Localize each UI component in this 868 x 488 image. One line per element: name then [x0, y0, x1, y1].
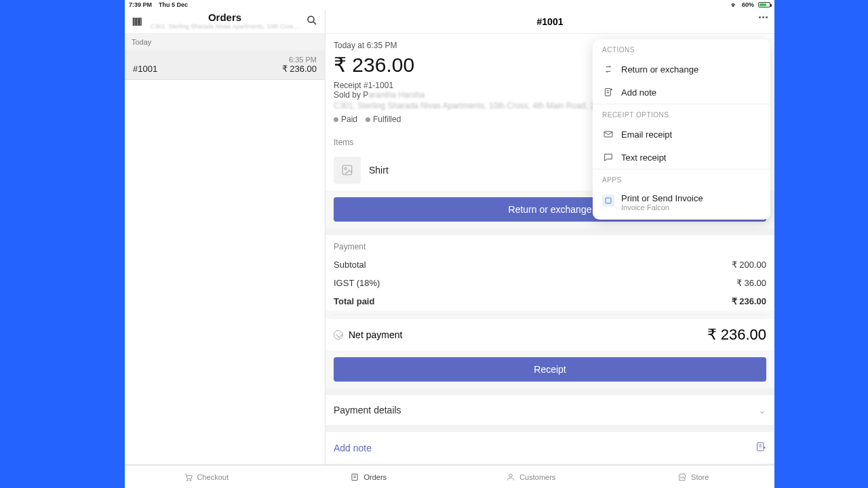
order-detail-header: #1001 [326, 9, 774, 34]
note-icon [602, 86, 614, 98]
sidebar-subtitle: C301, Sterling Sharada Nivas Apartments,… [144, 24, 306, 30]
svg-rect-2 [137, 18, 138, 25]
status-time: 7:39 PM [129, 1, 152, 8]
status-date: Thu 5 Dec [159, 1, 188, 8]
image-placeholder-icon [334, 157, 361, 184]
sidebar-section-today: Today [125, 34, 325, 50]
net-payment-row: Net payment ₹ 236.00 [326, 319, 774, 350]
app-badge-icon [602, 195, 614, 207]
battery-percent: 60% [742, 1, 754, 8]
popover-email-receipt[interactable]: Email receipt [593, 123, 770, 146]
barcode-icon[interactable] [132, 16, 144, 28]
svg-rect-7 [342, 165, 352, 175]
order-item-amount: ₹ 236.00 [282, 64, 317, 74]
status-paid: Paid [334, 115, 357, 124]
svg-rect-14 [605, 89, 610, 96]
sidebar-title: Orders [144, 12, 306, 24]
popover-text-receipt[interactable]: Text receipt [593, 146, 770, 169]
order-item-time: 6:35 PM [289, 56, 317, 64]
mail-icon [602, 128, 614, 140]
search-icon[interactable] [306, 14, 318, 29]
sold-by: Sold by P [334, 90, 368, 100]
svg-rect-0 [133, 18, 134, 25]
chevron-down-icon: ⌄ [758, 405, 766, 415]
customers-icon [506, 472, 515, 482]
tax-row: IGST (18%) ₹ 36.00 [326, 274, 774, 292]
popover-add-note[interactable]: Add note [593, 81, 770, 104]
line-item-name: Shirt [369, 165, 389, 176]
receipt-button[interactable]: Receipt [334, 357, 766, 382]
store-icon [677, 472, 687, 482]
battery-icon [758, 2, 770, 7]
note-add-icon [755, 441, 766, 454]
check-circle-icon [334, 330, 343, 340]
payment-details-row[interactable]: Payment details ⌄ [326, 388, 774, 425]
exchange-icon [602, 63, 614, 75]
status-bar: 7:39 PM Thu 5 Dec ᯤ 60% [125, 0, 774, 9]
bottom-tab-bar: Checkout Orders Customers Store [125, 465, 774, 488]
popover-return-exchange[interactable]: Return or exchange [593, 58, 770, 81]
actions-popover: ACTIONS Return or exchange Add note [593, 39, 770, 220]
orders-icon [350, 472, 359, 482]
svg-point-22 [190, 479, 191, 481]
popover-apps-label: APPS [593, 169, 770, 188]
add-note-row[interactable]: Add note [326, 425, 774, 464]
order-item-number: #1001 [133, 64, 157, 74]
chat-icon [602, 151, 614, 163]
svg-point-26 [509, 474, 513, 477]
orders-sidebar: Orders C301, Sterling Sharada Nivas Apar… [125, 9, 326, 464]
tab-checkout[interactable]: Checkout [125, 466, 288, 488]
tab-store[interactable]: Store [612, 466, 775, 488]
order-number-title: #1001 [537, 16, 564, 27]
more-actions-button[interactable] [759, 16, 768, 18]
wifi-icon: ᯤ [731, 1, 738, 9]
popover-receipt-options-label: RECEIPT OPTIONS [593, 104, 770, 123]
subtotal-row: Subtotal ₹ 200.00 [326, 256, 774, 274]
svg-rect-1 [135, 18, 136, 25]
svg-rect-3 [139, 18, 140, 25]
status-fulfilled: Fulfilled [366, 115, 401, 124]
tab-customers[interactable]: Customers [450, 466, 612, 488]
cart-icon [184, 472, 193, 482]
svg-rect-23 [352, 474, 357, 480]
order-list-item[interactable]: 6:35 PM #1001 ₹ 236.00 [125, 50, 325, 80]
payment-section-label: Payment [326, 235, 774, 256]
svg-line-6 [313, 22, 316, 24]
svg-point-8 [344, 167, 347, 169]
svg-point-5 [308, 16, 314, 22]
total-paid-row: Total paid ₹ 236.00 [326, 292, 774, 310]
tab-orders[interactable]: Orders [288, 466, 450, 488]
svg-rect-4 [140, 18, 142, 25]
popover-app-invoice-falcon[interactable]: Print or Send Invoice Invoice Falcon [593, 188, 770, 220]
popover-actions-label: ACTIONS [593, 39, 770, 58]
svg-point-21 [186, 479, 188, 481]
svg-rect-20 [606, 198, 611, 203]
svg-rect-19 [604, 131, 612, 137]
